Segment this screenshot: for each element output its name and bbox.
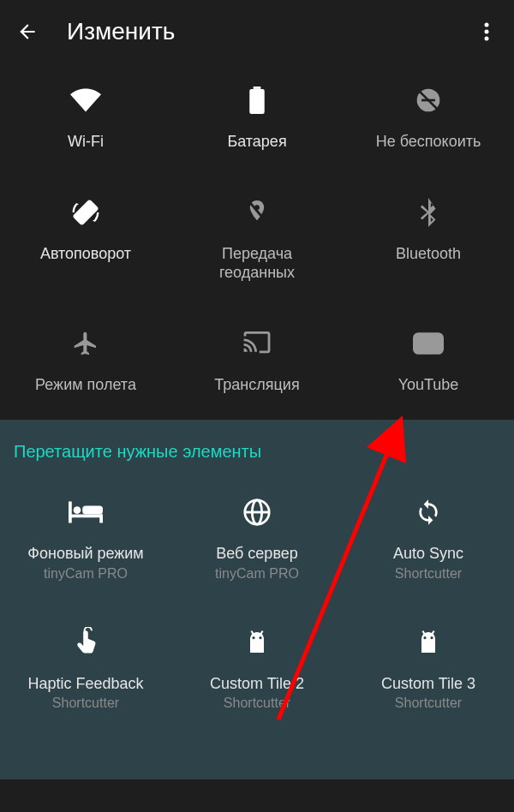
svg-line-26 xyxy=(422,630,425,634)
tile-battery[interactable]: Батарея xyxy=(171,81,343,152)
more-menu-button[interactable] xyxy=(475,20,499,44)
svg-point-2 xyxy=(485,37,489,41)
tile-label: Батарея xyxy=(227,132,286,152)
tile-subtext: Shortcutter xyxy=(395,696,462,711)
svg-point-13 xyxy=(74,506,81,514)
header: Изменить xyxy=(0,0,514,63)
active-tiles-grid: Wi-Fi Батарея Не беспокоить Автоповорот xyxy=(0,81,514,394)
tile-location[interactable]: Передача геоданных xyxy=(171,193,343,283)
tile-dnd[interactable]: Не беспокоить xyxy=(343,81,514,152)
tile-label: YouTube xyxy=(398,375,459,395)
tile-autorotate[interactable]: Автоповорот xyxy=(0,193,171,283)
back-button[interactable] xyxy=(15,20,39,44)
tile-label: Bluetooth xyxy=(396,244,461,264)
tile-cast[interactable]: Трансляция xyxy=(171,324,343,395)
tile-label: Wi-Fi xyxy=(68,132,104,152)
tile-wifi[interactable]: Wi-Fi xyxy=(0,81,171,152)
tile-subtext: tinyCam PRO xyxy=(44,566,128,582)
svg-rect-11 xyxy=(413,332,444,355)
tile-subtext: Shortcutter xyxy=(395,566,462,582)
tile-bluetooth[interactable]: Bluetooth xyxy=(343,193,514,283)
tile-custom-tile-3[interactable]: Custom Tile 3 Shortcutter xyxy=(343,623,514,712)
bed-icon xyxy=(69,493,103,532)
airplane-icon xyxy=(72,324,99,363)
tile-airplane[interactable]: Режим полета xyxy=(0,324,171,395)
bluetooth-icon xyxy=(419,193,438,232)
arrow-back-icon xyxy=(16,21,39,43)
tile-custom-tile-2[interactable]: Custom Tile 2 Shortcutter xyxy=(171,623,343,712)
globe-icon xyxy=(242,493,272,532)
tile-label: Не беспокоить xyxy=(376,132,481,152)
dnd-icon xyxy=(415,81,442,120)
tile-label: Веб сервер xyxy=(216,544,298,564)
more-vert-icon xyxy=(484,21,489,42)
autorotate-icon xyxy=(69,193,102,232)
page-title: Изменить xyxy=(67,18,475,45)
tile-label: Режим полета xyxy=(35,375,136,395)
tile-subtext: tinyCam PRO xyxy=(215,566,299,582)
tile-subtext: Shortcutter xyxy=(52,696,119,711)
tile-subtext: Shortcutter xyxy=(224,696,290,711)
available-section-title: Перетащите нужные элементы xyxy=(0,442,514,493)
wifi-icon xyxy=(70,81,101,120)
svg-rect-15 xyxy=(69,515,103,518)
svg-point-20 xyxy=(252,636,254,639)
tile-haptic-feedback[interactable]: Haptic Feedback Shortcutter xyxy=(0,623,171,712)
youtube-icon xyxy=(413,324,444,363)
svg-point-24 xyxy=(423,636,426,639)
tile-label: Custom Tile 3 xyxy=(381,674,475,694)
svg-rect-4 xyxy=(249,89,264,114)
android-icon xyxy=(243,623,271,662)
tile-label: Haptic Feedback xyxy=(27,674,143,694)
available-tiles-grid: Фоновый режим tinyCam PRO Веб сервер tin… xyxy=(0,493,514,711)
battery-icon xyxy=(249,81,265,120)
svg-rect-14 xyxy=(82,506,103,515)
svg-rect-16 xyxy=(99,515,103,523)
sync-icon xyxy=(415,493,442,532)
tile-label: Автоповорот xyxy=(40,244,131,264)
tile-label: Передача геоданных xyxy=(219,244,295,283)
tile-label: Custom Tile 2 xyxy=(210,674,304,694)
svg-rect-12 xyxy=(69,502,72,523)
touch-icon xyxy=(74,623,98,662)
location-off-icon xyxy=(245,193,269,232)
tile-youtube[interactable]: YouTube xyxy=(343,324,514,395)
svg-line-23 xyxy=(260,630,263,634)
android-icon xyxy=(415,623,442,662)
tile-label: Auto Sync xyxy=(393,544,463,564)
svg-point-25 xyxy=(430,636,433,639)
available-tiles-section: Перетащите нужные элементы Фоновый режим… xyxy=(0,420,514,779)
svg-rect-3 xyxy=(254,87,261,89)
svg-line-22 xyxy=(251,630,254,634)
svg-point-1 xyxy=(485,30,489,34)
tile-web-server[interactable]: Веб сервер tinyCam PRO xyxy=(171,493,343,582)
tile-label: Фоновый режим xyxy=(27,544,144,564)
tile-background-mode[interactable]: Фоновый режим tinyCam PRO xyxy=(0,493,171,582)
svg-point-0 xyxy=(485,23,489,27)
svg-point-21 xyxy=(259,636,261,639)
svg-line-27 xyxy=(432,630,434,634)
tile-auto-sync[interactable]: Auto Sync Shortcutter xyxy=(343,493,514,582)
tile-label: Трансляция xyxy=(214,375,299,395)
cast-icon xyxy=(242,324,272,363)
active-tiles-section: Wi-Fi Батарея Не беспокоить Автоповорот xyxy=(0,63,514,420)
